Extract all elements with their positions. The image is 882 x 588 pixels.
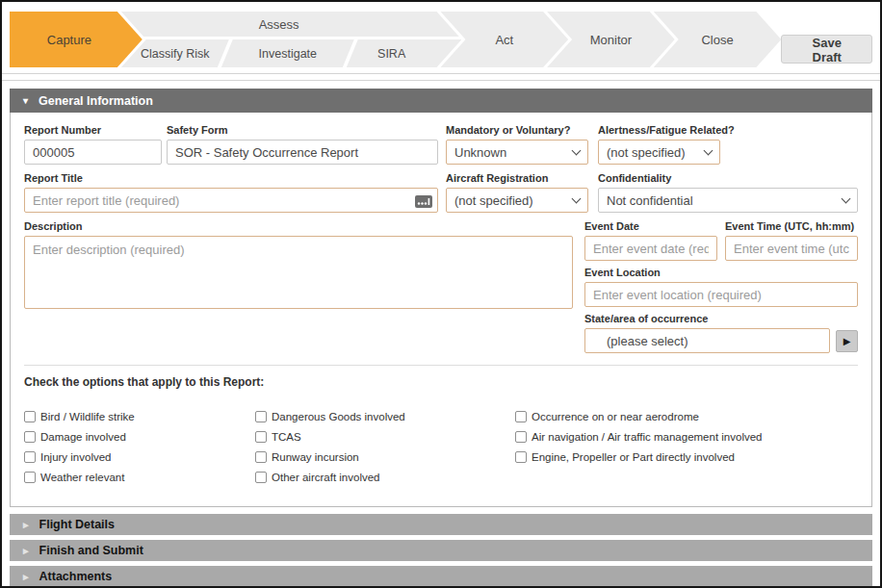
aircraft-registration-label: Aircraft Registration <box>446 172 588 184</box>
selected-value: Not confidential <box>607 193 693 208</box>
divider-line <box>2 73 880 74</box>
selected-value: (please select) <box>607 334 688 348</box>
event-time-label: Event Time (UTC, hh:mm) <box>725 220 858 232</box>
checkbox-input[interactable] <box>515 451 527 463</box>
general-information-body: Report Number Safety Form Mandatory or V… <box>10 113 872 507</box>
checkbox-bird-wildlife-strike[interactable]: Bird / Wildlife strike <box>24 406 255 426</box>
selected-value: (not specified) <box>607 145 686 160</box>
confidentiality-select[interactable]: Not confidential <box>598 188 858 213</box>
workflow-assess-label-band[interactable]: Assess <box>121 12 462 37</box>
workflow-substep-investigate[interactable]: Investigate <box>221 39 354 67</box>
description-label: Description <box>24 220 573 232</box>
checkbox-label: Damage involved <box>40 431 126 443</box>
checkbox-other-aircraft-involved[interactable]: Other aircraft involved <box>255 467 515 487</box>
checkbox-label: Bird / Wildlife strike <box>40 411 135 422</box>
section-title: Finish and Submit <box>39 544 143 557</box>
workflow-step-capture[interactable]: Capture <box>10 12 143 67</box>
checkbox-air-navigation-atm[interactable]: Air navigation / Air traffic management … <box>515 426 858 447</box>
chevron-right-icon: ▸ <box>23 571 29 583</box>
options-column-3: Occurrence on or near aerodrome Air navi… <box>515 406 858 487</box>
checkbox-label: Engine, Propeller or Part directly invol… <box>532 451 735 463</box>
checkbox-input[interactable] <box>255 451 267 463</box>
checkbox-input[interactable] <box>515 411 527 422</box>
state-area-label: State/area of occurrence <box>584 313 858 324</box>
state-area-picker-button[interactable]: ▶ <box>836 330 858 352</box>
mandatory-voluntary-label: Mandatory or Voluntary? <box>446 124 588 136</box>
checkbox-input[interactable] <box>24 472 36 483</box>
section-title: Attachments <box>39 570 113 583</box>
checkbox-runway-incursion[interactable]: Runway incursion <box>255 447 515 467</box>
checkbox-input[interactable] <box>24 431 36 443</box>
chevron-down-icon: ▾ <box>23 95 28 106</box>
workflow-step-label: Capture <box>47 33 91 47</box>
checkbox-damage-involved[interactable]: Damage involved <box>24 426 255 447</box>
section-header-finish-and-submit[interactable]: ▸ Finish and Submit <box>10 540 872 561</box>
section-header-general-information[interactable]: ▾ General Information <box>10 89 872 113</box>
mandatory-voluntary-select[interactable]: Unknown <box>446 140 588 165</box>
checkbox-label: Dangerous Goods involved <box>272 411 405 422</box>
workflow-substep-label: SIRA <box>377 47 405 61</box>
workflow-breadcrumb: Capture Assess Classify Risk Investigate… <box>10 12 872 67</box>
checkbox-input[interactable] <box>24 451 36 463</box>
report-title-input[interactable] <box>24 188 438 213</box>
options-column-1: Bird / Wildlife strike Damage involved I… <box>24 406 255 487</box>
section-title: General Information <box>39 94 153 108</box>
report-number-input[interactable] <box>24 140 162 165</box>
options-divider <box>24 365 858 366</box>
chevron-down-icon <box>842 193 851 203</box>
divider-line <box>2 80 880 81</box>
safety-form-input[interactable] <box>167 140 438 165</box>
checkbox-input[interactable] <box>255 411 267 422</box>
chevron-down-icon <box>572 193 582 203</box>
checkbox-input[interactable] <box>255 472 267 483</box>
section-title: Flight Details <box>39 518 115 531</box>
chevron-right-icon: ▸ <box>23 519 29 531</box>
checkbox-input[interactable] <box>24 411 36 422</box>
checkbox-label: Weather relevant <box>40 472 124 483</box>
checkbox-label: Injury involved <box>40 451 112 463</box>
event-date-input[interactable] <box>584 236 717 261</box>
checkbox-injury-involved[interactable]: Injury involved <box>24 447 255 467</box>
event-time-input[interactable] <box>725 236 858 261</box>
play-arrow-icon: ▶ <box>843 336 851 346</box>
workflow-substep-label: Classify Risk <box>141 47 210 61</box>
aircraft-registration-select[interactable]: (not specified) <box>446 188 588 213</box>
workflow-step-label: Assess <box>259 17 299 32</box>
workflow-step-label: Close <box>701 33 733 47</box>
checkbox-tcas[interactable]: TCAS <box>255 426 515 447</box>
workflow-substep-label: Investigate <box>259 47 317 61</box>
selected-value: Unknown <box>454 145 506 160</box>
workflow-step-assess[interactable]: Assess Classify Risk Investigate SIRA <box>121 12 462 67</box>
event-location-input[interactable] <box>584 282 858 307</box>
state-area-field[interactable]: (please select) <box>584 328 830 353</box>
alertness-fatigue-label: Alertness/Fatigue Related? <box>598 124 720 136</box>
report-title-label: Report Title <box>24 172 438 184</box>
chevron-down-icon <box>704 145 713 155</box>
text-expand-icon[interactable] <box>415 194 432 212</box>
options-heading: Check the options that apply to this Rep… <box>24 375 858 389</box>
checkbox-occurrence-near-aerodrome[interactable]: Occurrence on or near aerodrome <box>515 406 858 426</box>
checkbox-label: Other aircraft involved <box>272 472 380 483</box>
checkbox-input[interactable] <box>255 431 267 443</box>
checkbox-label: TCAS <box>272 431 301 443</box>
checkbox-dangerous-goods[interactable]: Dangerous Goods involved <box>255 406 515 426</box>
section-header-attachments[interactable]: ▸ Attachments <box>10 566 872 587</box>
confidentiality-label: Confidentiality <box>598 172 858 184</box>
workflow-assess-substeps: Classify Risk Investigate SIRA <box>121 39 462 67</box>
checkbox-label: Runway incursion <box>272 451 359 463</box>
checkbox-engine-propeller-part[interactable]: Engine, Propeller or Part directly invol… <box>515 447 858 467</box>
chevron-right-icon: ▸ <box>23 545 29 557</box>
options-grid: Bird / Wildlife strike Damage involved I… <box>24 406 858 487</box>
checkbox-input[interactable] <box>515 431 527 443</box>
options-column-2: Dangerous Goods involved TCAS Runway inc… <box>255 406 515 487</box>
workflow-step-label: Act <box>495 33 513 47</box>
checkbox-weather-relevant[interactable]: Weather relevant <box>24 467 255 487</box>
selected-value: (not specified) <box>454 193 533 208</box>
description-textarea[interactable] <box>24 236 573 309</box>
section-header-flight-details[interactable]: ▸ Flight Details <box>10 514 872 535</box>
chevron-down-icon <box>572 145 582 155</box>
checkbox-label: Air navigation / Air traffic management … <box>532 431 763 443</box>
safety-form-label: Safety Form <box>167 124 438 136</box>
alertness-fatigue-select[interactable]: (not specified) <box>598 140 720 165</box>
save-draft-button[interactable]: Save Draft <box>781 35 872 64</box>
